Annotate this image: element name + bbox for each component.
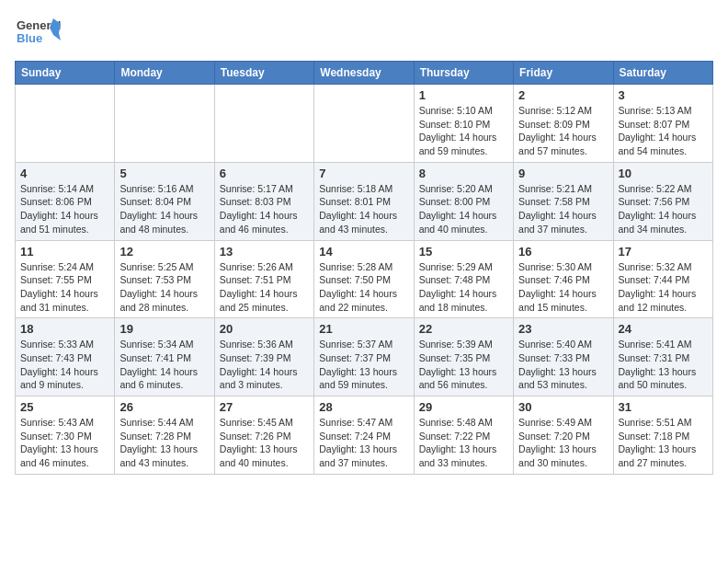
day-info: Sunrise: 5:20 AM Sunset: 8:00 PM Dayligh… [419, 182, 508, 236]
day-number: 5 [119, 167, 209, 180]
day-number: 18 [20, 322, 109, 336]
day-number: 24 [619, 322, 708, 336]
calendar-cell: 10Sunrise: 5:22 AM Sunset: 7:56 PM Dayli… [613, 162, 712, 240]
day-number: 27 [220, 400, 309, 414]
day-number: 17 [619, 245, 708, 259]
weekday-header-monday: Monday [115, 62, 214, 85]
day-info: Sunrise: 5:13 AM Sunset: 8:07 PM Dayligh… [619, 104, 708, 158]
calendar-cell: 26Sunrise: 5:44 AM Sunset: 7:28 PM Dayli… [115, 396, 214, 475]
calendar-cell: 2Sunrise: 5:12 AM Sunset: 8:09 PM Daylig… [514, 85, 613, 163]
day-info: Sunrise: 5:24 AM Sunset: 7:55 PM Dayligh… [20, 260, 109, 315]
calendar-cell: 9Sunrise: 5:21 AM Sunset: 7:58 PM Daylig… [514, 162, 613, 240]
day-info: Sunrise: 5:16 AM Sunset: 8:04 PM Dayligh… [119, 182, 209, 236]
day-info: Sunrise: 5:32 AM Sunset: 7:44 PM Dayligh… [619, 260, 708, 315]
day-info: Sunrise: 5:18 AM Sunset: 8:01 PM Dayligh… [319, 182, 408, 236]
day-number: 7 [319, 167, 408, 180]
calendar-cell: 25Sunrise: 5:43 AM Sunset: 7:30 PM Dayli… [16, 396, 115, 475]
day-number: 6 [220, 167, 309, 180]
svg-text:Blue: Blue [17, 31, 42, 45]
day-number: 22 [419, 322, 508, 336]
day-number: 25 [20, 400, 109, 414]
day-info: Sunrise: 5:28 AM Sunset: 7:50 PM Dayligh… [319, 260, 408, 315]
day-number: 23 [518, 322, 608, 336]
day-number: 4 [20, 167, 109, 180]
day-info: Sunrise: 5:33 AM Sunset: 7:43 PM Dayligh… [20, 338, 109, 392]
day-info: Sunrise: 5:14 AM Sunset: 8:06 PM Dayligh… [20, 182, 109, 236]
day-number: 26 [119, 400, 209, 414]
day-info: Sunrise: 5:17 AM Sunset: 8:03 PM Dayligh… [220, 182, 309, 236]
day-info: Sunrise: 5:51 AM Sunset: 7:18 PM Dayligh… [619, 416, 708, 470]
day-number: 12 [119, 245, 209, 259]
day-info: Sunrise: 5:22 AM Sunset: 7:56 PM Dayligh… [619, 182, 708, 236]
calendar-cell: 6Sunrise: 5:17 AM Sunset: 8:03 PM Daylig… [214, 162, 313, 240]
day-number: 16 [518, 245, 608, 259]
calendar-cell: 23Sunrise: 5:40 AM Sunset: 7:33 PM Dayli… [514, 318, 613, 396]
weekday-header-tuesday: Tuesday [214, 62, 313, 85]
day-number: 11 [20, 245, 109, 259]
weekday-header-saturday: Saturday [613, 62, 712, 85]
day-info: Sunrise: 5:49 AM Sunset: 7:20 PM Dayligh… [518, 416, 608, 470]
day-number: 13 [220, 245, 309, 259]
calendar-cell: 19Sunrise: 5:34 AM Sunset: 7:41 PM Dayli… [115, 318, 214, 396]
day-info: Sunrise: 5:21 AM Sunset: 7:58 PM Dayligh… [518, 182, 608, 236]
calendar-cell: 5Sunrise: 5:16 AM Sunset: 8:04 PM Daylig… [115, 162, 214, 240]
calendar-cell: 29Sunrise: 5:48 AM Sunset: 7:22 PM Dayli… [414, 396, 513, 475]
day-info: Sunrise: 5:10 AM Sunset: 8:10 PM Dayligh… [419, 104, 508, 158]
day-info: Sunrise: 5:37 AM Sunset: 7:37 PM Dayligh… [319, 338, 408, 392]
day-number: 9 [518, 167, 608, 180]
day-info: Sunrise: 5:36 AM Sunset: 7:39 PM Dayligh… [220, 338, 309, 392]
day-info: Sunrise: 5:41 AM Sunset: 7:31 PM Dayligh… [619, 338, 708, 392]
day-number: 3 [619, 88, 708, 102]
calendar-cell [314, 85, 414, 163]
day-info: Sunrise: 5:45 AM Sunset: 7:26 PM Dayligh… [220, 416, 309, 470]
day-info: Sunrise: 5:44 AM Sunset: 7:28 PM Dayligh… [119, 416, 209, 470]
day-info: Sunrise: 5:30 AM Sunset: 7:46 PM Dayligh… [518, 260, 608, 315]
day-number: 30 [518, 400, 608, 414]
day-number: 28 [319, 400, 408, 414]
day-number: 20 [220, 322, 309, 336]
logo: General Blue [15, 15, 61, 53]
calendar-cell: 7Sunrise: 5:18 AM Sunset: 8:01 PM Daylig… [314, 162, 414, 240]
calendar-cell: 11Sunrise: 5:24 AM Sunset: 7:55 PM Dayli… [16, 240, 115, 318]
day-info: Sunrise: 5:34 AM Sunset: 7:41 PM Dayligh… [119, 338, 209, 392]
calendar-cell: 21Sunrise: 5:37 AM Sunset: 7:37 PM Dayli… [314, 318, 414, 396]
calendar-cell: 22Sunrise: 5:39 AM Sunset: 7:35 PM Dayli… [414, 318, 513, 396]
day-number: 14 [319, 245, 408, 259]
day-info: Sunrise: 5:40 AM Sunset: 7:33 PM Dayligh… [518, 338, 608, 392]
calendar-cell: 12Sunrise: 5:25 AM Sunset: 7:53 PM Dayli… [115, 240, 214, 318]
day-info: Sunrise: 5:25 AM Sunset: 7:53 PM Dayligh… [119, 260, 209, 315]
calendar-cell: 4Sunrise: 5:14 AM Sunset: 8:06 PM Daylig… [16, 162, 115, 240]
calendar-cell: 28Sunrise: 5:47 AM Sunset: 7:24 PM Dayli… [314, 396, 414, 475]
day-info: Sunrise: 5:26 AM Sunset: 7:51 PM Dayligh… [220, 260, 309, 315]
calendar-header: SundayMondayTuesdayWednesdayThursdayFrid… [16, 62, 713, 85]
weekday-header-friday: Friday [514, 62, 613, 85]
calendar-cell [16, 85, 115, 163]
day-info: Sunrise: 5:43 AM Sunset: 7:30 PM Dayligh… [20, 416, 109, 470]
weekday-header-thursday: Thursday [414, 62, 513, 85]
calendar-cell: 8Sunrise: 5:20 AM Sunset: 8:00 PM Daylig… [414, 162, 513, 240]
calendar-cell: 15Sunrise: 5:29 AM Sunset: 7:48 PM Dayli… [414, 240, 513, 318]
logo-svg: General Blue [15, 15, 61, 53]
day-info: Sunrise: 5:48 AM Sunset: 7:22 PM Dayligh… [419, 416, 508, 470]
calendar-cell: 24Sunrise: 5:41 AM Sunset: 7:31 PM Dayli… [613, 318, 712, 396]
day-info: Sunrise: 5:12 AM Sunset: 8:09 PM Dayligh… [518, 104, 608, 158]
day-number: 10 [619, 167, 708, 180]
calendar-table: SundayMondayTuesdayWednesdayThursdayFrid… [15, 61, 713, 475]
day-info: Sunrise: 5:47 AM Sunset: 7:24 PM Dayligh… [319, 416, 408, 470]
day-number: 21 [319, 322, 408, 336]
calendar-cell: 30Sunrise: 5:49 AM Sunset: 7:20 PM Dayli… [514, 396, 613, 475]
day-number: 2 [518, 88, 608, 102]
day-number: 31 [619, 400, 708, 414]
day-number: 1 [419, 88, 508, 102]
day-number: 15 [419, 245, 508, 259]
calendar-cell [214, 85, 313, 163]
page-header: General Blue [15, 15, 713, 53]
calendar-cell [115, 85, 214, 163]
day-number: 8 [419, 167, 508, 180]
calendar-cell: 18Sunrise: 5:33 AM Sunset: 7:43 PM Dayli… [16, 318, 115, 396]
calendar-cell: 3Sunrise: 5:13 AM Sunset: 8:07 PM Daylig… [613, 85, 712, 163]
calendar-cell: 27Sunrise: 5:45 AM Sunset: 7:26 PM Dayli… [214, 396, 313, 475]
day-info: Sunrise: 5:39 AM Sunset: 7:35 PM Dayligh… [419, 338, 508, 392]
calendar-cell: 31Sunrise: 5:51 AM Sunset: 7:18 PM Dayli… [613, 396, 712, 475]
calendar-cell: 14Sunrise: 5:28 AM Sunset: 7:50 PM Dayli… [314, 240, 414, 318]
